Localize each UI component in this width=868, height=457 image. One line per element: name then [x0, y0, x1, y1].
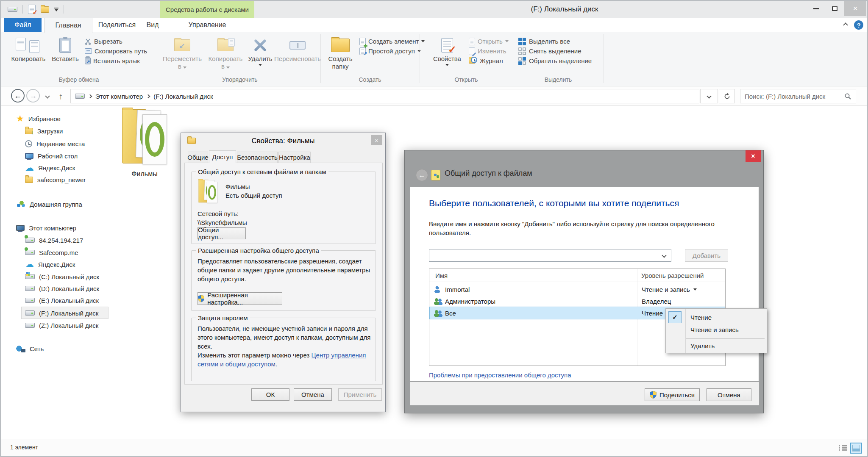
cut-button[interactable]: Вырезать — [85, 36, 122, 46]
sidebar-item-drive-z[interactable]: (Z:) Локальный диск — [1, 319, 107, 331]
breadcrumb[interactable]: Этот компьютер (F:) Локальный диск — [70, 89, 699, 103]
tab-home[interactable]: Главная — [44, 18, 92, 33]
list-row-immortal[interactable]: Immortal Чтение и запись — [430, 283, 725, 295]
tab-share[interactable]: Поделиться — [95, 18, 139, 32]
sidebar-item-drive-d[interactable]: (D:) Локальный диск — [1, 283, 107, 294]
sidebar-item-homegroup[interactable]: Домашняя группа — [1, 198, 107, 210]
sidebar-item-favorites[interactable]: ★Избранное — [1, 113, 107, 125]
network-sharing-group: Общий доступ к сетевым файлам и папкам Ф… — [191, 172, 376, 244]
tab-file[interactable]: Файл — [4, 18, 42, 32]
copy-button[interactable]: Копировать — [8, 35, 48, 75]
details-view-button[interactable] — [838, 444, 848, 451]
breadcrumb-current-drive[interactable]: (F:) Локальный диск — [153, 93, 213, 100]
edit-button[interactable]: Изменить — [469, 46, 506, 56]
cancel-button[interactable]: Отмена — [294, 388, 332, 401]
apply-button[interactable]: Применить — [338, 388, 382, 401]
copy-to-button[interactable]: Копировать в — [205, 35, 246, 75]
tab-sharing[interactable]: Доступ — [209, 150, 236, 163]
properties-button[interactable]: ✓ Свойства — [429, 35, 465, 75]
sidebar-item-network[interactable]: Сеть — [1, 343, 107, 355]
sidebar-item-this-pc[interactable]: Этот компьютер — [1, 222, 107, 234]
advanced-sharing-button[interactable]: Расширенная настройка... — [198, 292, 282, 305]
minimize-button[interactable] — [807, 1, 825, 16]
sidebar-item-recent-places[interactable]: Недавние места — [1, 138, 107, 150]
paste-button[interactable]: Вставить — [49, 35, 81, 75]
up-button[interactable]: ↑ — [53, 89, 68, 103]
search-input[interactable] — [745, 93, 844, 100]
properties-dialog-title: Свойства: Фильмы — [251, 137, 314, 145]
network-path-value: \\Skynet\фильмы — [198, 218, 247, 227]
sidebar-item-yandex-disk[interactable]: ☁Яндекс.Диск — [1, 162, 107, 174]
rename-button[interactable]: Переименовать — [275, 35, 320, 75]
sharing-close-button[interactable]: × — [746, 150, 761, 162]
permission-level-dropdown[interactable]: Чтение и запись — [642, 286, 697, 293]
paste-shortcut-button[interactable]: ↗ Вставить ярлык — [85, 56, 140, 66]
sidebar-item-drive-f[interactable]: (F:) Локальный диск — [1, 307, 107, 319]
delete-button[interactable]: Удалить — [247, 35, 274, 75]
maximize-button[interactable] — [826, 1, 843, 16]
refresh-button[interactable] — [719, 89, 735, 103]
sidebar-item-safecomp-me[interactable]: Safecomp.me — [1, 247, 107, 258]
sharing-cancel-button[interactable]: Отмена — [707, 388, 751, 401]
sidebar-item-safecomp-newer[interactable]: safecomp_newer — [1, 174, 107, 186]
recent-locations-button[interactable] — [42, 89, 53, 103]
invert-selection-button[interactable]: Обратить выделение — [518, 56, 592, 66]
column-header-level[interactable]: Уровень разрешений — [641, 269, 704, 282]
permission-level-static: Владелец — [642, 298, 671, 305]
folder-qat-button[interactable] — [41, 6, 49, 13]
share-access-button[interactable]: Общий доступ... — [198, 227, 246, 239]
qat-customize-button[interactable] — [54, 8, 58, 11]
thumbnails-view-button[interactable] — [850, 443, 862, 454]
permission-level-menu: ✓ Чтение Чтение и запись Удалить — [665, 308, 767, 353]
move-to-button[interactable]: ↙ Переместить в — [160, 35, 204, 75]
up-icon: ↑ — [58, 91, 63, 101]
breadcrumb-this-pc[interactable]: Этот компьютер — [95, 93, 143, 100]
column-header-name[interactable]: Имя — [435, 269, 448, 282]
chevron-down-icon — [45, 94, 50, 98]
new-item-button[interactable]: Создать элемент — [359, 36, 425, 46]
tab-view[interactable]: Вид — [141, 18, 164, 32]
search-box[interactable] — [740, 89, 856, 103]
select-none-button[interactable]: Снять выделение — [518, 46, 581, 56]
copy-path-button[interactable]: Скопировать путь — [85, 46, 147, 56]
tab-customize[interactable]: Настройка — [278, 152, 311, 163]
list-row-administrators[interactable]: Администраторы Владелец — [430, 295, 725, 307]
sidebar-item-desktop[interactable]: Рабочий стол — [1, 150, 107, 162]
easy-access-button[interactable]: ↗ Простой доступ — [359, 46, 421, 56]
menu-item-read[interactable]: Чтение — [690, 312, 712, 323]
open-button[interactable]: Открыть — [469, 36, 509, 46]
sharing-back-button[interactable]: ← — [416, 169, 428, 181]
add-user-button[interactable]: Добавить — [685, 249, 728, 262]
close-button[interactable]: × — [844, 1, 866, 16]
advanced-sharing-group: Расширенная настройка общего доступа Пре… — [191, 250, 376, 311]
menu-item-read-write[interactable]: Чтение и запись — [690, 324, 739, 335]
history-button[interactable]: Журнал — [469, 56, 503, 66]
sharing-problems-link[interactable]: Проблемы при предоставлении общего досту… — [429, 371, 571, 379]
chevron-up-icon — [843, 22, 848, 27]
group-label-clipboard: Буфер обмена — [1, 76, 157, 83]
folder-tile-films[interactable]: Фильмы — [122, 107, 167, 178]
tab-manage[interactable]: Управление — [167, 18, 248, 32]
sidebar-item-drive-c[interactable]: (C:) Локальный диск — [1, 271, 107, 283]
sidebar-item-yandex-disk-2[interactable]: ☁Яндекс.Диск — [1, 258, 107, 270]
address-dropdown-button[interactable] — [700, 89, 718, 103]
properties-qat-button[interactable]: ✓ — [28, 5, 36, 14]
share-button[interactable]: Поделиться — [645, 388, 700, 401]
help-button[interactable]: ? — [852, 18, 865, 32]
sidebar-item-netdrive-ip[interactable]: 84.254.194.217 — [1, 234, 107, 246]
new-folder-button[interactable]: Создать папку — [324, 35, 357, 75]
select-all-button[interactable]: Выделить все — [518, 36, 570, 46]
sidebar-item-drive-e[interactable]: (E:) Локальный диск — [1, 294, 107, 306]
ok-button[interactable]: ОК — [251, 388, 289, 401]
back-button[interactable]: ← — [11, 89, 25, 102]
properties-close-button[interactable]: × — [371, 135, 382, 145]
collapse-ribbon-button[interactable] — [839, 18, 852, 32]
user-combobox-input[interactable] — [429, 249, 662, 261]
forward-button[interactable]: → — [26, 89, 40, 102]
tab-general[interactable]: Общие — [188, 152, 208, 163]
tab-security[interactable]: Безопасность — [237, 152, 278, 163]
uac-shield-icon — [198, 295, 204, 302]
sidebar-item-downloads[interactable]: ↓Загрузки — [1, 125, 107, 137]
menu-item-remove[interactable]: Удалить — [690, 340, 715, 351]
user-combobox[interactable] — [429, 249, 671, 262]
